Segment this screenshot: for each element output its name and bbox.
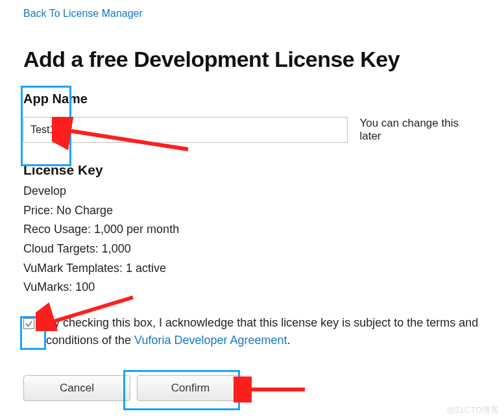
app-name-row: You can change this later [23, 117, 481, 143]
developer-agreement-link[interactable]: Vuforia Developer Agreement [134, 334, 287, 347]
acknowledge-checkbox[interactable] [23, 318, 34, 329]
back-to-license-manager-link[interactable]: Back To License Manager [23, 8, 143, 19]
acknowledge-row: By checking this box, I acknowledge that… [23, 314, 481, 349]
license-tier: Develop [23, 182, 481, 201]
watermark: @51CTO博客 [446, 404, 499, 416]
app-name-hint: You can change this later [359, 117, 481, 143]
checkmark-icon [25, 319, 33, 328]
license-reco-usage: Reco Usage: 1,000 per month [23, 220, 481, 240]
acknowledge-suffix: . [287, 334, 291, 347]
page-title: Add a free Development License Key [23, 47, 481, 72]
app-name-input[interactable] [23, 117, 348, 143]
license-vumarks: VuMarks: 100 [23, 278, 481, 297]
app-name-label: App Name [23, 92, 481, 106]
license-details: Develop Price: No Charge Reco Usage: 1,0… [23, 182, 481, 297]
license-vumark-templates: VuMark Templates: 1 active [23, 259, 481, 278]
acknowledge-text: By checking this box, I acknowledge that… [46, 314, 481, 349]
license-key-heading: License Key [23, 162, 481, 178]
license-cloud-targets: Cloud Targets: 1,000 [23, 240, 481, 259]
license-price: Price: No Charge [23, 201, 481, 221]
cancel-button[interactable]: Cancel [23, 375, 130, 401]
button-row: Cancel Confirm [23, 375, 481, 401]
confirm-button[interactable]: Confirm [137, 375, 244, 401]
